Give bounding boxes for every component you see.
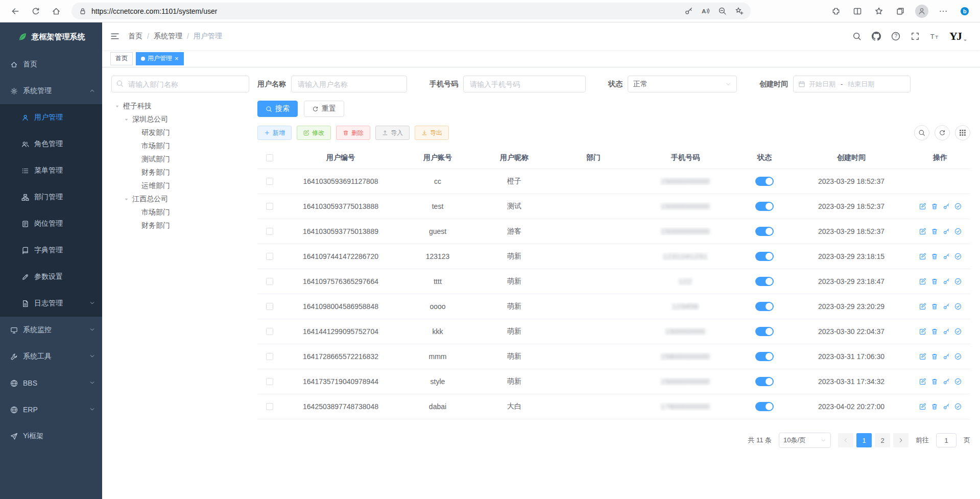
bing-chat-button[interactable]: b xyxy=(955,3,974,20)
next-page-button[interactable] xyxy=(893,433,909,447)
sidebar-item-3[interactable]: 角色管理 xyxy=(0,131,102,157)
assign-role-button[interactable] xyxy=(954,403,962,410)
split-screen-button[interactable] xyxy=(848,3,867,20)
sidebar-toggle-button[interactable] xyxy=(110,31,120,41)
user-avatar-menu[interactable]: YJ xyxy=(949,30,968,43)
sidebar-item-4[interactable]: 菜单管理 xyxy=(0,157,102,184)
status-select[interactable]: 正常 xyxy=(628,76,737,92)
row-checkbox[interactable] xyxy=(266,378,273,385)
delete-button[interactable]: 删除 xyxy=(336,126,370,140)
row-checkbox[interactable] xyxy=(266,328,273,335)
reset-password-button[interactable] xyxy=(943,303,950,310)
add-button[interactable]: 新增 xyxy=(257,126,292,140)
browser-profile-button[interactable] xyxy=(913,3,931,20)
font-size-icon[interactable]: TT xyxy=(930,32,939,41)
delete-row-button[interactable] xyxy=(931,253,938,260)
date-range-picker[interactable]: 开始日期 - 结束日期 xyxy=(793,76,911,92)
row-checkbox[interactable] xyxy=(266,403,273,410)
browser-address-bar[interactable]: https://ccnetcore.com:1101/system/user A xyxy=(71,3,751,19)
goto-page-input[interactable] xyxy=(936,433,957,447)
assign-role-button[interactable] xyxy=(954,378,962,385)
status-toggle[interactable] xyxy=(755,252,774,261)
row-checkbox[interactable] xyxy=(266,303,273,310)
page-button-2[interactable]: 2 xyxy=(875,433,890,447)
edit-row-button[interactable] xyxy=(919,328,926,335)
tab-0[interactable]: 首页 xyxy=(110,52,133,65)
assign-role-button[interactable] xyxy=(954,203,962,210)
status-toggle[interactable] xyxy=(755,227,774,236)
tab-1[interactable]: 用户管理× xyxy=(136,52,184,65)
github-icon[interactable] xyxy=(872,32,881,41)
sidebar-item-9[interactable]: 日志管理 xyxy=(0,290,102,317)
add-favorite-icon[interactable] xyxy=(735,7,744,15)
tree-node[interactable]: 市场部门 xyxy=(111,206,249,219)
row-checkbox[interactable] xyxy=(266,353,273,360)
toggle-search-button[interactable] xyxy=(914,125,929,140)
phone-input[interactable] xyxy=(463,76,586,92)
refresh-table-button[interactable] xyxy=(935,125,950,140)
delete-row-button[interactable] xyxy=(931,328,938,335)
assign-role-button[interactable] xyxy=(954,278,962,285)
extensions-button[interactable] xyxy=(827,3,845,20)
delete-row-button[interactable] xyxy=(931,353,938,360)
delete-row-button[interactable] xyxy=(931,278,938,285)
status-toggle[interactable] xyxy=(755,202,774,211)
reset-button[interactable]: 重置 xyxy=(304,101,344,117)
status-toggle[interactable] xyxy=(755,377,774,386)
sidebar-item-14[interactable]: Yi框架 xyxy=(0,423,102,449)
select-all-checkbox[interactable] xyxy=(266,154,273,161)
reset-password-button[interactable] xyxy=(943,228,950,235)
edit-row-button[interactable] xyxy=(919,403,926,410)
delete-row-button[interactable] xyxy=(931,303,938,310)
status-toggle[interactable] xyxy=(755,177,774,186)
tree-node[interactable]: 财务部门 xyxy=(111,219,249,232)
reset-password-button[interactable] xyxy=(943,278,950,285)
browser-refresh-button[interactable] xyxy=(27,3,45,20)
dept-search-input[interactable] xyxy=(111,76,249,92)
status-toggle[interactable] xyxy=(755,327,774,336)
edit-row-button[interactable] xyxy=(919,378,926,385)
row-checkbox[interactable] xyxy=(266,203,273,210)
edit-row-button[interactable] xyxy=(919,303,926,310)
edit-row-button[interactable] xyxy=(919,228,926,235)
collections-button[interactable] xyxy=(891,3,910,20)
columns-button[interactable] xyxy=(955,125,970,140)
assign-role-button[interactable] xyxy=(954,353,962,360)
tree-node[interactable]: 橙子科技 xyxy=(111,100,249,113)
reset-password-button[interactable] xyxy=(943,403,950,410)
row-checkbox[interactable] xyxy=(266,278,273,285)
row-checkbox[interactable] xyxy=(266,178,273,185)
sidebar-item-8[interactable]: 参数设置 xyxy=(0,264,102,290)
delete-row-button[interactable] xyxy=(931,228,938,235)
fullscreen-icon[interactable] xyxy=(911,32,920,41)
browser-home-button[interactable] xyxy=(47,3,65,20)
prev-page-button[interactable] xyxy=(838,433,853,447)
tree-node[interactable]: 市场部门 xyxy=(111,139,249,153)
reset-password-button[interactable] xyxy=(943,378,950,385)
sidebar-item-10[interactable]: 系统监控 xyxy=(0,317,102,343)
help-icon[interactable]: ? xyxy=(891,32,900,41)
reset-password-button[interactable] xyxy=(943,253,950,260)
browser-menu-button[interactable] xyxy=(934,3,952,20)
row-checkbox[interactable] xyxy=(266,228,273,235)
tree-node[interactable]: 运维部门 xyxy=(111,179,249,193)
edit-row-button[interactable] xyxy=(919,278,926,285)
sidebar-item-1[interactable]: 系统管理 xyxy=(0,78,102,104)
assign-role-button[interactable] xyxy=(954,253,962,260)
sidebar-item-12[interactable]: BBS xyxy=(0,370,102,396)
edit-button[interactable]: 修改 xyxy=(297,126,331,140)
breadcrumb-item[interactable]: 首页 xyxy=(128,32,142,41)
sidebar-item-2[interactable]: 用户管理 xyxy=(0,104,102,131)
assign-role-button[interactable] xyxy=(954,328,962,335)
breadcrumb-item[interactable]: 系统管理 xyxy=(154,32,182,41)
edit-row-button[interactable] xyxy=(919,353,926,360)
close-tab-icon[interactable]: × xyxy=(175,55,179,62)
import-button[interactable]: 导入 xyxy=(375,126,410,140)
assign-role-button[interactable] xyxy=(954,303,962,310)
browser-back-button[interactable] xyxy=(6,3,25,20)
sidebar-item-11[interactable]: 系统工具 xyxy=(0,343,102,370)
status-toggle[interactable] xyxy=(755,352,774,361)
favorites-button[interactable] xyxy=(870,3,888,20)
password-key-icon[interactable] xyxy=(684,7,693,15)
sidebar-item-13[interactable]: ERP xyxy=(0,396,102,423)
